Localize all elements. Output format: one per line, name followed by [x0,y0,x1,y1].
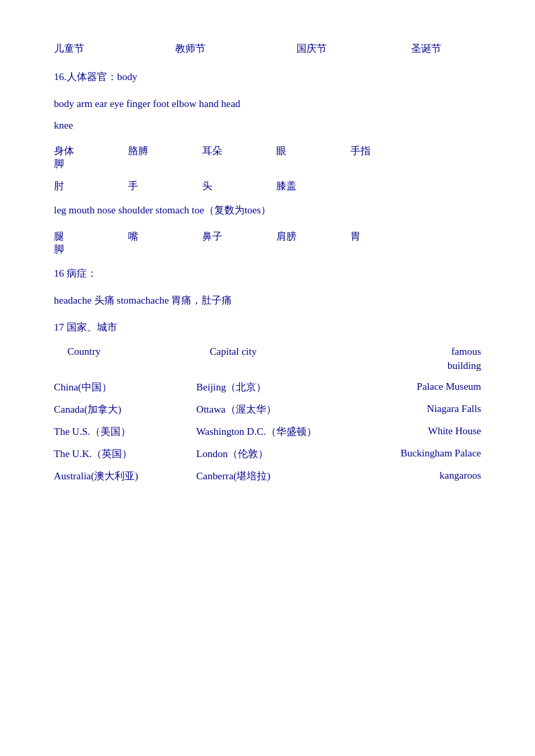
header-capital: Capital city [203,346,345,357]
cn-body-15: 胃 [350,230,424,243]
famous-building: Niagara Falls [339,403,481,415]
table-header: Country Capital city famous [54,346,481,357]
famous-building: Buckingham Palace [339,448,481,459]
country-name: The U.K.（英国） [54,448,196,460]
table-row: China(中国）Beijing（北京）Palace Museum [54,381,481,394]
holidays-row: 儿童节 教师节 国庆节 圣诞节 [54,40,481,57]
holiday-2: 教师节 [175,40,276,57]
famous-building: White House [339,425,481,437]
chinese-body-line3: 腿 嘴 鼻子 肩膀 胃 脚 [54,230,481,256]
capital-city: London（伦敦） [196,448,338,460]
section16-title: 16.人体器官：body [54,69,481,85]
chinese-body-line1: 身体 胳膊 耳朵 眼 手指 脚 [54,145,481,170]
cn-body-16: 脚 [54,243,128,256]
famous-building: Palace Museum [339,381,481,392]
table-row: Australia(澳大利亚)Canberra(堪培拉)kangaroos [54,470,481,483]
header-building: building [339,360,481,372]
cn-body-12: 嘴 [128,230,202,243]
body-words-line2: knee [54,117,481,135]
countries-table: China(中国）Beijing（北京）Palace MuseumCanada(… [54,381,481,483]
holiday-3: 国庆节 [296,40,398,57]
cn-body-6: 脚 [54,158,128,170]
illness-line: headache 头痛 stomachache 胃痛，肚子痛 [54,292,481,308]
country-name: Canada(加拿大) [54,403,196,416]
header-country: Country [54,346,203,357]
capital-city: Washington D.C.（华盛顿） [196,425,338,438]
body-words-line1: body arm ear eye finger foot elbow hand … [54,96,481,113]
cn-body-7: 肘 [54,180,128,193]
cn-body-11: 腿 [54,230,128,243]
chinese-body-line2: 肘 手 头 膝盖 [54,180,481,193]
capital-city: Beijing（北京） [196,381,338,394]
cn-body-4: 眼 [276,145,350,158]
cn-body-8: 手 [128,180,202,193]
cn-body-9: 头 [202,180,276,193]
section17-title: 17 国家、城市 [54,319,481,335]
capital-city: Canberra(堪培拉) [196,470,338,483]
cn-body-10: 膝盖 [276,180,350,193]
table-row: Canada(加拿大)Ottawa（渥太华）Niagara Falls [54,403,481,416]
body-words-line3: leg mouth nose shoulder stomach toe（复数为t… [54,202,481,219]
cn-body-3: 耳朵 [202,145,276,158]
country-name: China(中国） [54,381,196,394]
table-header2: building [54,360,481,372]
holiday-4: 圣诞节 [411,40,512,57]
cn-body-13: 鼻子 [202,230,276,243]
country-name: The U.S.（美国） [54,425,196,438]
capital-city: Ottawa（渥太华） [196,403,338,416]
section16b-title: 16 病症： [54,265,481,281]
header-famous: famous [346,346,481,357]
cn-body-1: 身体 [54,145,128,158]
holiday-1: 儿童节 [54,40,155,57]
table-row: The U.S.（美国）Washington D.C.（华盛顿）White Ho… [54,425,481,438]
cn-body-14: 肩膀 [276,230,350,243]
famous-building: kangaroos [339,470,481,481]
cn-body-5: 手指 [350,145,424,158]
country-name: Australia(澳大利亚) [54,470,196,483]
table-row: The U.K.（英国）London（伦敦）Buckingham Palace [54,448,481,460]
cn-body-2: 胳膊 [128,145,202,158]
